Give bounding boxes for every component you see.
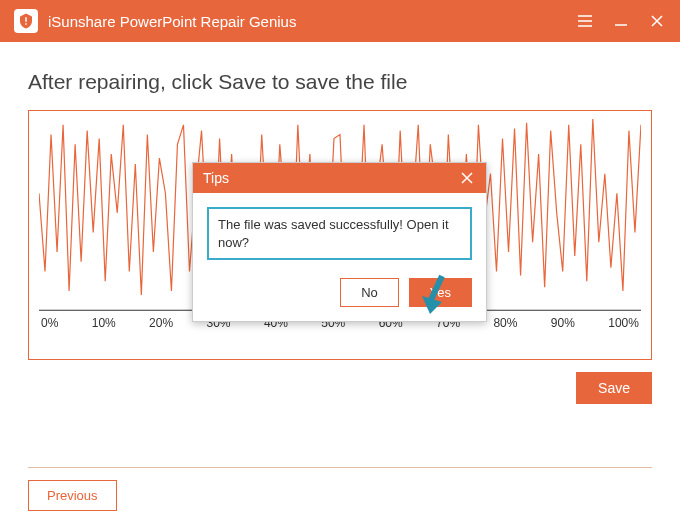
- x-tick-label: 100%: [608, 316, 639, 330]
- page-instruction: After repairing, click Save to save the …: [28, 70, 652, 94]
- no-button[interactable]: No: [340, 278, 399, 307]
- footer: Previous: [28, 467, 652, 511]
- x-tick-label: 10%: [92, 316, 116, 330]
- dialog-close-icon[interactable]: [458, 169, 476, 187]
- x-tick-label: 0%: [41, 316, 58, 330]
- app-logo-icon: [14, 9, 38, 33]
- yes-button[interactable]: Yes: [409, 278, 472, 307]
- dialog-message: The file was saved successfully! Open it…: [207, 207, 472, 260]
- dialog-body: The file was saved successfully! Open it…: [193, 193, 486, 272]
- x-tick-label: 90%: [551, 316, 575, 330]
- x-tick-label: 80%: [493, 316, 517, 330]
- x-tick-label: 20%: [149, 316, 173, 330]
- save-button[interactable]: Save: [576, 372, 652, 404]
- dialog-button-row: No Yes: [193, 272, 486, 321]
- dialog-title: Tips: [203, 170, 229, 186]
- previous-button[interactable]: Previous: [28, 480, 117, 511]
- dialog-header: Tips: [193, 163, 486, 193]
- window-controls: [576, 12, 666, 30]
- menu-icon[interactable]: [576, 12, 594, 30]
- app-title: iSunshare PowerPoint Repair Genius: [48, 13, 576, 30]
- close-icon[interactable]: [648, 12, 666, 30]
- save-row: Save: [28, 372, 652, 404]
- tips-dialog: Tips The file was saved successfully! Op…: [192, 162, 487, 322]
- minimize-icon[interactable]: [612, 12, 630, 30]
- titlebar: iSunshare PowerPoint Repair Genius: [0, 0, 680, 42]
